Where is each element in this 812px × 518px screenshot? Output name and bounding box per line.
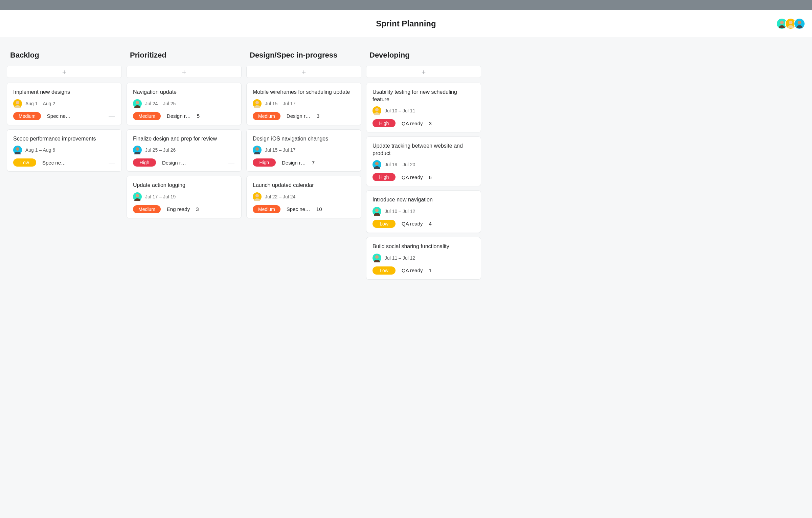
task-card[interactable]: Mobile wireframes for scheduling updateJ… xyxy=(246,83,361,125)
assignee-avatar[interactable] xyxy=(253,192,262,201)
svg-point-4 xyxy=(16,147,19,151)
assignee-avatar[interactable] xyxy=(373,160,381,169)
avatar[interactable] xyxy=(794,18,805,29)
due-date: Aug 1 – Aug 2 xyxy=(25,101,55,106)
tag-row: MediumSpec ne…10 xyxy=(253,205,355,213)
card-count: 7 xyxy=(312,160,315,166)
plus-icon: ＋ xyxy=(181,67,187,77)
svg-point-9 xyxy=(255,147,259,151)
tag-row: HighQA ready3 xyxy=(373,119,475,127)
task-title: Usability testing for new scheduling fea… xyxy=(373,88,475,103)
card-count: 3 xyxy=(429,121,432,126)
priority-pill[interactable]: Medium xyxy=(13,112,41,120)
status-label: Spec ne… xyxy=(47,113,71,119)
card-count: 3 xyxy=(196,206,199,212)
priority-pill[interactable]: Low xyxy=(13,158,36,167)
add-card-button[interactable]: ＋ xyxy=(246,66,361,78)
task-card[interactable]: Navigation updateJul 24 – Jul 25MediumDe… xyxy=(127,83,242,125)
task-card[interactable]: Finalize design and prep for reviewJul 2… xyxy=(127,129,242,172)
add-card-button[interactable]: ＋ xyxy=(366,66,481,78)
empty-field-icon: — xyxy=(109,159,115,166)
priority-pill[interactable]: Medium xyxy=(253,205,280,213)
task-card[interactable]: Update tracking between website and prod… xyxy=(366,136,481,186)
svg-point-1 xyxy=(789,21,793,24)
priority-pill[interactable]: High xyxy=(133,158,156,167)
tag-row: MediumSpec ne…— xyxy=(13,112,115,120)
status-label: QA ready xyxy=(402,221,423,226)
card-meta-row: Jul 10 – Jul 11 xyxy=(373,106,475,115)
priority-pill[interactable]: High xyxy=(253,158,276,167)
task-card[interactable]: Launch updated calendarJul 22 – Jul 24Me… xyxy=(246,176,361,218)
priority-pill[interactable]: Low xyxy=(373,220,396,228)
task-card[interactable]: Update action loggingJul 17 – Jul 19Medi… xyxy=(127,176,242,218)
svg-point-12 xyxy=(375,162,379,165)
assignee-avatar[interactable] xyxy=(253,99,262,108)
assignee-avatar[interactable] xyxy=(373,254,381,262)
column-title: Design/Spec in-progress xyxy=(246,51,361,66)
empty-field-icon: — xyxy=(109,112,115,120)
tag-row: MediumEng ready3 xyxy=(133,205,235,213)
due-date: Jul 10 – Jul 11 xyxy=(385,108,415,113)
task-title: Design iOS navigation changes xyxy=(253,135,355,143)
assignee-avatar[interactable] xyxy=(133,99,142,108)
card-meta-row: Jul 22 – Jul 24 xyxy=(253,192,355,201)
assignee-avatar[interactable] xyxy=(253,146,262,154)
due-date: Jul 22 – Jul 24 xyxy=(265,194,295,199)
add-card-button[interactable]: ＋ xyxy=(7,66,122,78)
svg-point-0 xyxy=(780,21,784,24)
priority-pill[interactable]: Medium xyxy=(253,112,280,120)
due-date: Jul 17 – Jul 19 xyxy=(145,194,176,199)
card-count: 6 xyxy=(429,174,432,180)
task-title: Scope performance improvements xyxy=(13,135,115,143)
task-card[interactable]: Build social sharing functionalityJul 11… xyxy=(366,237,481,280)
kanban-column: Backlog＋Implement new designsAug 1 – Aug… xyxy=(7,51,122,176)
plus-icon: ＋ xyxy=(420,67,427,77)
assignee-avatar[interactable] xyxy=(13,146,22,154)
column-title: Prioritized xyxy=(127,51,242,66)
card-meta-row: Jul 24 – Jul 25 xyxy=(133,99,235,108)
card-count: 5 xyxy=(197,113,200,119)
card-count: 3 xyxy=(317,113,319,119)
priority-pill[interactable]: High xyxy=(373,173,396,181)
task-title: Finalize design and prep for review xyxy=(133,135,235,143)
header: Sprint Planning xyxy=(0,10,812,37)
svg-point-7 xyxy=(136,194,139,197)
task-title: Build social sharing functionality xyxy=(373,243,475,250)
kanban-board[interactable]: Backlog＋Implement new designsAug 1 – Aug… xyxy=(0,37,812,297)
card-meta-row: Aug 1 – Aug 2 xyxy=(13,99,115,108)
priority-pill[interactable]: High xyxy=(373,119,396,127)
priority-pill[interactable]: Medium xyxy=(133,112,161,120)
task-card[interactable]: Introduce new navigationJul 10 – Jul 12L… xyxy=(366,190,481,233)
assignee-avatar[interactable] xyxy=(133,192,142,201)
due-date: Jul 24 – Jul 25 xyxy=(145,101,176,106)
kanban-column: Developing＋Usability testing for new sch… xyxy=(366,51,481,284)
status-label: Design r… xyxy=(162,160,186,166)
priority-pill[interactable]: Low xyxy=(373,266,396,275)
card-meta-row: Jul 10 – Jul 12 xyxy=(373,207,475,216)
collaborator-avatars[interactable] xyxy=(779,18,805,29)
priority-pill[interactable]: Medium xyxy=(133,205,161,213)
svg-point-13 xyxy=(375,209,379,212)
tag-row: HighQA ready6 xyxy=(373,173,475,181)
svg-point-14 xyxy=(375,255,379,259)
card-meta-row: Jul 19 – Jul 20 xyxy=(373,160,475,169)
tag-row: LowSpec ne…— xyxy=(13,158,115,167)
task-card[interactable]: Implement new designsAug 1 – Aug 2Medium… xyxy=(7,83,122,125)
assignee-avatar[interactable] xyxy=(133,146,142,154)
assignee-avatar[interactable] xyxy=(373,207,381,216)
svg-point-11 xyxy=(375,108,379,111)
assignee-avatar[interactable] xyxy=(13,99,22,108)
assignee-avatar[interactable] xyxy=(373,106,381,115)
add-card-button[interactable]: ＋ xyxy=(127,66,242,78)
status-label: Design r… xyxy=(287,113,311,119)
task-card[interactable]: Usability testing for new scheduling fea… xyxy=(366,83,481,132)
kanban-column: Design/Spec in-progress＋Mobile wireframe… xyxy=(246,51,361,222)
task-card[interactable]: Scope performance improvementsAug 1 – Au… xyxy=(7,129,122,172)
svg-point-6 xyxy=(136,147,139,151)
tag-row: MediumDesign r…5 xyxy=(133,112,235,120)
due-date: Jul 10 – Jul 12 xyxy=(385,209,415,214)
task-title: Launch updated calendar xyxy=(253,181,355,189)
task-card[interactable]: Design iOS navigation changesJul 15 – Ju… xyxy=(246,129,361,172)
task-title: Update action logging xyxy=(133,181,235,189)
page-title: Sprint Planning xyxy=(376,19,436,28)
